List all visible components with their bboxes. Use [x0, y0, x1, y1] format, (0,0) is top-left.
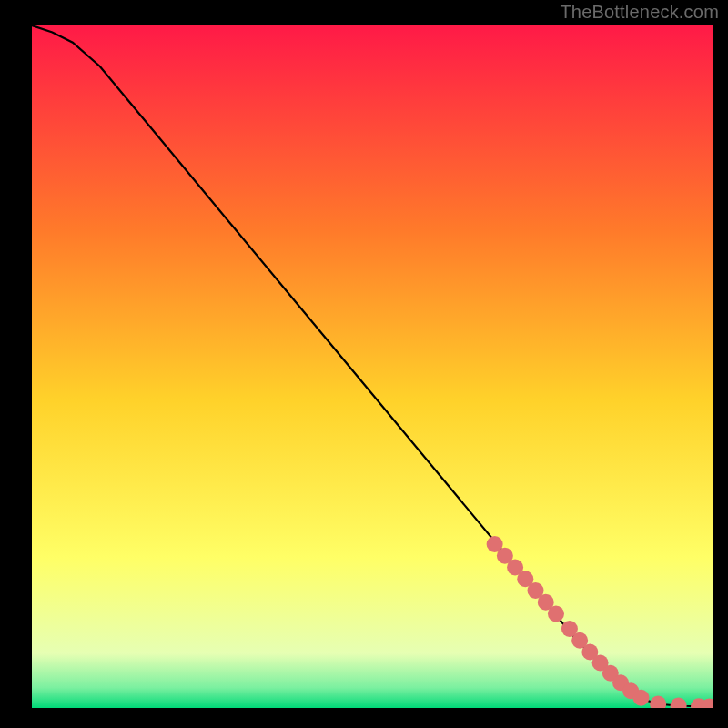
chart-svg: [32, 25, 713, 708]
gradient-background: [32, 25, 713, 708]
data-marker: [632, 690, 649, 706]
data-marker: [548, 606, 564, 622]
chart-container: TheBottleneck.com: [0, 0, 728, 728]
attribution-label: TheBottleneck.com: [560, 2, 719, 23]
plot-area: [32, 25, 713, 708]
